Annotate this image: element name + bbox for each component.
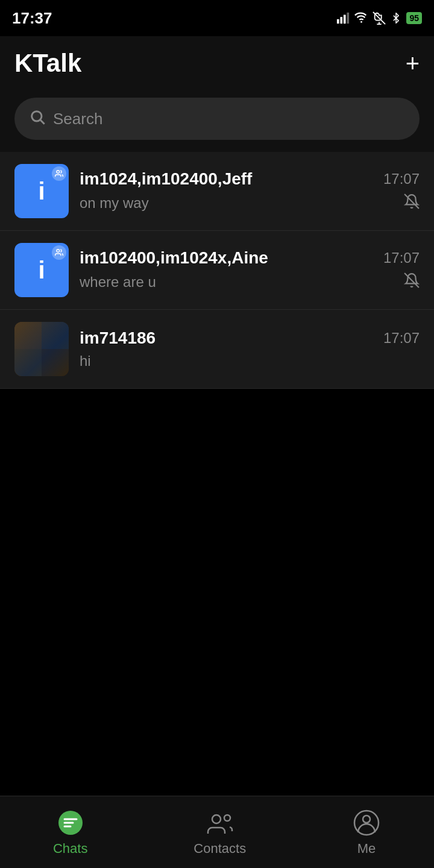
chat-item[interactable]: i im1024,im102400,Jeff 17:07 on my way bbox=[0, 152, 434, 231]
signal-icon bbox=[336, 11, 350, 25]
chat-name-row: im1024,im102400,Jeff 17:07 bbox=[80, 169, 420, 189]
svg-point-16 bbox=[363, 816, 370, 823]
search-icon bbox=[29, 108, 46, 129]
nav-label-me: Me bbox=[357, 841, 376, 857]
mute-bell-icon bbox=[404, 193, 420, 213]
nav-item-chats[interactable]: Chats bbox=[53, 808, 87, 857]
chat-preview: where are u bbox=[80, 274, 156, 291]
svg-point-13 bbox=[212, 815, 221, 823]
chat-preview: hi bbox=[80, 353, 91, 370]
chat-preview-row: on my way bbox=[80, 193, 420, 213]
chat-list: i im1024,im102400,Jeff 17:07 on my way bbox=[0, 152, 434, 389]
app-title: KTalk bbox=[14, 49, 81, 78]
svg-line-7 bbox=[40, 120, 44, 124]
nav-item-me[interactable]: Me bbox=[352, 808, 381, 857]
svg-point-8 bbox=[57, 171, 60, 174]
svg-rect-2 bbox=[344, 15, 346, 24]
chat-preview: on my way bbox=[80, 195, 149, 212]
svg-rect-0 bbox=[337, 19, 339, 24]
mute-bell-icon bbox=[404, 272, 420, 292]
wifi-icon bbox=[354, 11, 368, 25]
battery-indicator: 95 bbox=[406, 12, 422, 24]
chat-name: im1024,im102400,Jeff bbox=[80, 169, 252, 189]
chats-icon bbox=[56, 808, 85, 837]
chat-preview-row: where are u bbox=[80, 272, 420, 292]
avatar: i bbox=[14, 243, 69, 297]
group-badge bbox=[52, 245, 66, 260]
bluetooth-icon bbox=[391, 13, 401, 24]
nav-label-chats: Chats bbox=[53, 841, 87, 857]
search-placeholder: Search bbox=[53, 110, 102, 128]
mute-icon bbox=[373, 11, 386, 25]
avatar bbox=[14, 322, 69, 376]
svg-rect-3 bbox=[347, 13, 350, 24]
avatar: i bbox=[14, 164, 69, 218]
chat-item[interactable]: i im102400,im1024x,Aine 17:07 where are … bbox=[0, 231, 434, 310]
chat-name-row: im102400,im1024x,Aine 17:07 bbox=[80, 248, 420, 268]
chat-info: im102400,im1024x,Aine 17:07 where are u bbox=[80, 248, 420, 292]
chat-time: 17:07 bbox=[383, 330, 420, 347]
nav-item-contacts[interactable]: Contacts bbox=[193, 808, 246, 857]
chat-item[interactable]: im714186 17:07 hi bbox=[0, 310, 434, 389]
chat-preview-row: hi bbox=[80, 353, 420, 370]
status-time: 17:37 bbox=[12, 9, 52, 28]
status-bar: 17:37 95 bbox=[0, 0, 434, 36]
chat-time: 17:07 bbox=[383, 171, 420, 187]
contacts-icon bbox=[206, 808, 234, 837]
chat-time: 17:07 bbox=[383, 250, 420, 266]
svg-line-9 bbox=[404, 194, 419, 209]
bottom-nav: Chats Contacts Me bbox=[0, 796, 434, 868]
svg-rect-1 bbox=[341, 17, 343, 24]
search-bar[interactable]: Search bbox=[14, 98, 420, 140]
svg-point-14 bbox=[224, 815, 230, 821]
search-bar-container: Search bbox=[0, 90, 434, 152]
nav-label-contacts: Contacts bbox=[193, 841, 246, 857]
status-icons: 95 bbox=[336, 11, 422, 25]
me-icon bbox=[352, 808, 381, 837]
app-header: KTalk + bbox=[0, 36, 434, 90]
group-badge bbox=[52, 166, 66, 181]
chat-name: im714186 bbox=[80, 329, 156, 348]
chat-info: im1024,im102400,Jeff 17:07 on my way bbox=[80, 169, 420, 213]
chat-name-row: im714186 17:07 bbox=[80, 329, 420, 348]
svg-point-6 bbox=[32, 112, 42, 121]
chat-name: im102400,im1024x,Aine bbox=[80, 248, 268, 268]
chat-info: im714186 17:07 hi bbox=[80, 329, 420, 370]
svg-line-11 bbox=[404, 273, 419, 288]
svg-point-4 bbox=[361, 21, 363, 23]
add-chat-button[interactable]: + bbox=[406, 51, 420, 75]
svg-point-10 bbox=[57, 250, 60, 253]
